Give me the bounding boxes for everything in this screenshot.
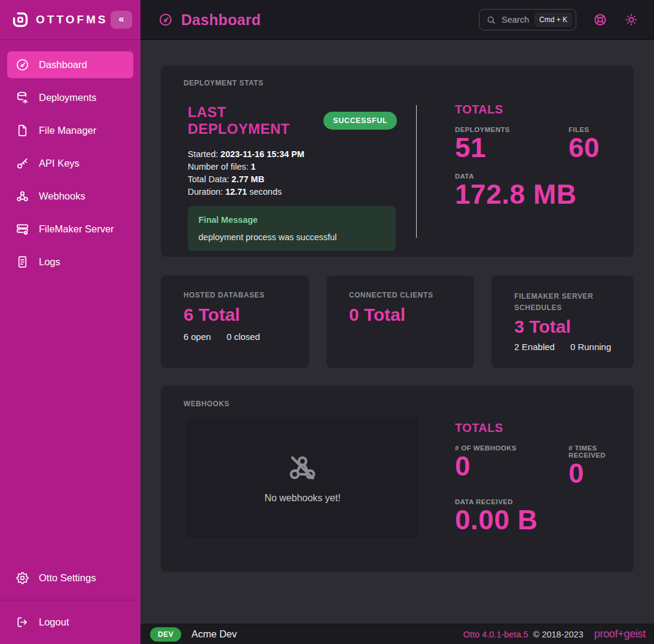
webhooks-count-value: 0	[455, 452, 569, 482]
proof-geist-logo[interactable]: proof+geist	[594, 628, 646, 640]
sidebar-nav: Dashboard Deployments File Manager API K…	[0, 40, 140, 281]
connected-clients-value: 0 Total	[349, 305, 452, 325]
log-document-icon	[16, 255, 29, 269]
gear-icon	[16, 571, 29, 585]
gauge-icon	[16, 58, 29, 72]
sidebar-bottom: Otto Settings Logout	[0, 565, 140, 644]
started-value: 2023-11-16 15:34 PM	[221, 149, 304, 159]
theme-toggle-button[interactable]	[624, 13, 638, 27]
sidebar-item-webhooks[interactable]: Webhooks	[7, 183, 133, 210]
sidebar-item-file-manager[interactable]: File Manager	[7, 117, 133, 144]
fms-schedules-label: FILEMAKER SERVER SCHEDULES	[514, 291, 604, 314]
page-title-wrap: Dashboard	[158, 11, 261, 29]
webhook-icon	[16, 189, 29, 203]
file-icon	[16, 124, 29, 137]
search-shortcut-badge: Cmd + K	[534, 13, 572, 27]
duration-suffix: seconds	[249, 187, 282, 197]
status-badge: SUCCESSFUL	[323, 112, 397, 130]
sidebar-item-label: Dashboard	[39, 59, 87, 70]
webhooks-empty-state: No webhooks yet!	[187, 418, 418, 538]
stat-cards-row: HOSTED DATABASES 6 Total 6 open 0 closed…	[161, 275, 634, 368]
last-deployment-block: LAST DEPLOYMENT SUCCESSFUL Started: 2023…	[184, 100, 416, 251]
main-content: DEPLOYMENT STATS LAST DEPLOYMENT SUCCESS…	[140, 40, 654, 624]
closed-count: 0 closed	[227, 332, 260, 342]
sidebar-collapse-button[interactable]: «	[111, 11, 132, 29]
fms-schedules-value: 3 Total	[514, 317, 617, 337]
sidebar-item-filemaker-server[interactable]: FileMaker Server	[7, 216, 133, 243]
deployment-stats-section-label: DEPLOYMENT STATS	[184, 79, 611, 87]
hosted-databases-card: HOSTED DATABASES 6 Total 6 open 0 closed	[161, 275, 309, 368]
sidebar-item-otto-settings[interactable]: Otto Settings	[7, 565, 133, 591]
webhooks-received-value: 0	[569, 459, 611, 489]
logout-icon	[16, 615, 29, 629]
sidebar-item-deployments[interactable]: Deployments	[7, 84, 133, 111]
webhooks-count-label: # OF WEBHOOKS	[455, 444, 569, 452]
sidebar: OTTOFMS « Dashboard Deployments File Man…	[0, 0, 140, 644]
sidebar-spacer	[0, 281, 140, 565]
totals-grid: DEPLOYMENTS 51 FILES 60 DATA 172.8 MB	[455, 126, 600, 209]
env-badge: DEV	[150, 627, 181, 642]
sidebar-item-label: Logout	[39, 617, 69, 628]
started-label: Started:	[188, 149, 218, 159]
fms-schedules-card: FILEMAKER SERVER SCHEDULES 3 Total 2 Ena…	[491, 275, 634, 368]
webhooks-body: No webhooks yet! TOTALS # OF WEBHOOKS 0 …	[184, 418, 611, 554]
vertical-divider	[416, 105, 417, 238]
deployment-duration-line: Duration: 12.71 seconds	[188, 186, 397, 198]
webhooks-received: # TIMES RECEIVED 0	[569, 444, 611, 489]
logo-text: OTTOFMS	[36, 13, 108, 26]
sidebar-item-label: Deployments	[39, 92, 96, 103]
database-upload-icon	[16, 91, 29, 105]
files-label: Number of files:	[188, 162, 249, 171]
deployment-stats-body: LAST DEPLOYMENT SUCCESSFUL Started: 2023…	[184, 100, 611, 251]
last-deployment-title: LAST DEPLOYMENT	[188, 104, 310, 137]
webhooks-totals-block: TOTALS # OF WEBHOOKS 0 # TIMES RECEIVED …	[455, 418, 611, 554]
webhooks-empty-block: No webhooks yet!	[184, 418, 416, 554]
sidebar-item-logs[interactable]: Logs	[7, 249, 133, 275]
webhooks-totals-title: TOTALS	[455, 421, 611, 435]
hosted-databases-label: HOSTED DATABASES	[184, 291, 286, 299]
sidebar-item-label: Logs	[39, 256, 60, 268]
hosted-databases-value: 6 Total	[184, 305, 286, 325]
deployment-files-line: Number of files: 1	[188, 161, 397, 173]
deployment-totals-block: TOTALS DEPLOYMENTS 51 FILES 60 D	[455, 100, 600, 251]
top-bar: Dashboard Search Cmd + K	[140, 0, 654, 40]
webhooks-totals-grid: # OF WEBHOOKS 0 # TIMES RECEIVED 0 DATA …	[455, 444, 611, 535]
files-total: FILES 60	[569, 126, 600, 163]
connected-clients-card: CONNECTED CLIENTS 0 Total	[326, 275, 475, 368]
deployments-total-value: 51	[455, 133, 569, 163]
hosted-databases-subs: 6 open 0 closed	[184, 332, 286, 342]
webhooks-card: WEBHOOKS No webhooks yet! TOTALS # OF WE…	[161, 385, 634, 572]
webhooks-data-value: 0.00 B	[455, 505, 611, 535]
fms-schedules-subs: 2 Enabled 0 Running	[514, 342, 617, 352]
sidebar-item-label: FileMaker Server	[39, 223, 114, 235]
connected-clients-label: CONNECTED CLIENTS	[349, 291, 452, 299]
deployment-stats-card: DEPLOYMENT STATS LAST DEPLOYMENT SUCCESS…	[161, 66, 634, 257]
ottofms-app: OTTOFMS « Dashboard Deployments File Man…	[0, 0, 654, 644]
lifebuoy-icon	[593, 13, 607, 27]
search-input[interactable]: Search Cmd + K	[479, 9, 576, 30]
sidebar-item-dashboard[interactable]: Dashboard	[7, 51, 133, 78]
sidebar-item-logout[interactable]: Logout	[7, 609, 133, 636]
webhooks-count: # OF WEBHOOKS 0	[455, 444, 569, 489]
gauge-icon	[158, 13, 173, 27]
data-total: DATA 172.8 MB	[455, 173, 600, 210]
deployment-data-line: Total Data: 2.77 MB	[188, 173, 397, 186]
running-count: 0 Running	[570, 342, 611, 352]
sidebar-divider	[0, 600, 140, 600]
version-text[interactable]: Otto 4.0.1-beta.5	[463, 630, 528, 639]
sidebar-item-label: Webhooks	[39, 191, 85, 202]
copyright-text: © 2018-2023	[533, 630, 583, 639]
help-button[interactable]	[593, 13, 607, 27]
chevrons-left-icon: «	[118, 13, 124, 25]
webhooks-data-received: DATA RECEIVED 0.00 B	[455, 498, 611, 535]
sidebar-item-api-keys[interactable]: API Keys	[7, 150, 133, 177]
topbar-actions: Search Cmd + K	[479, 9, 638, 30]
totals-title: TOTALS	[455, 103, 600, 116]
final-message-text: deployment process was successful	[198, 232, 385, 242]
ottofms-logo-icon	[11, 10, 30, 29]
sidebar-item-label: API Keys	[39, 158, 80, 169]
deployments-total: DEPLOYMENTS 51	[455, 126, 569, 163]
deployment-started-line: Started: 2023-11-16 15:34 PM	[188, 148, 397, 161]
data-label: Total Data:	[188, 174, 229, 184]
server-name: Acme Dev	[191, 628, 237, 640]
